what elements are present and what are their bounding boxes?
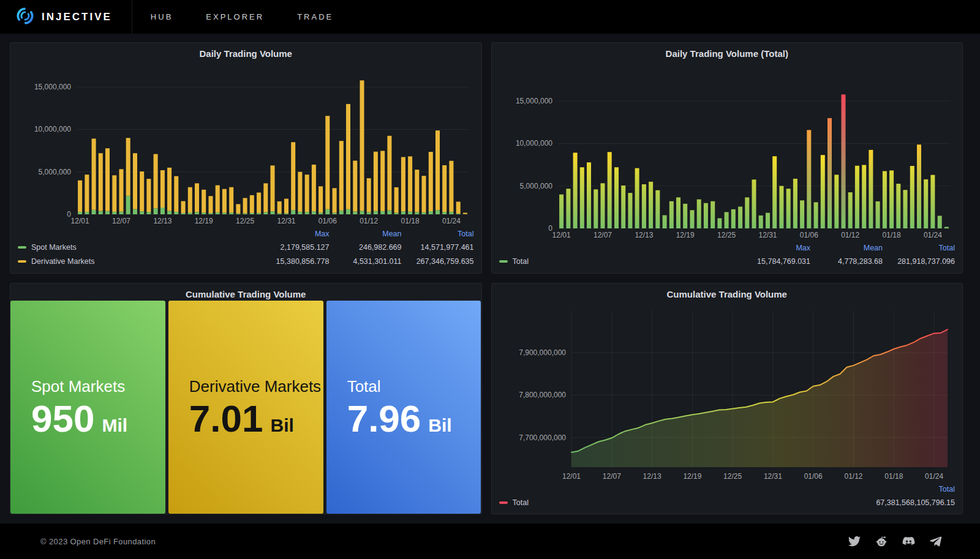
svg-text:01/12: 01/12 xyxy=(841,231,859,239)
legend-daily: Max Mean Total Spot Markets 2,179,585.12… xyxy=(10,227,481,273)
svg-text:12/13: 12/13 xyxy=(635,231,653,239)
panel-daily-trading-volume-total: Daily Trading Volume (Total) 05,000,0001… xyxy=(491,42,963,274)
svg-text:12/25: 12/25 xyxy=(717,231,736,239)
telegram-icon[interactable] xyxy=(930,535,942,547)
discord-icon[interactable] xyxy=(902,535,915,548)
top-nav: INJECTIVE HUB EXPLORER TRADE xyxy=(0,0,980,34)
svg-text:12/01: 12/01 xyxy=(71,217,89,225)
svg-text:12/25: 12/25 xyxy=(723,472,742,481)
daily-total-bar-chart-svg: 05,000,00010,000,00015,000,00012/0112/07… xyxy=(499,79,955,241)
stat-unit: Mil xyxy=(102,415,127,436)
svg-text:15,000,000: 15,000,000 xyxy=(34,83,71,91)
daily-volume-bar-chart[interactable]: 05,000,00010,000,00015,000,00012/0112/07… xyxy=(10,60,481,227)
legend-value-total: 67,381,568,105,796.15 xyxy=(808,498,955,507)
svg-text:01/06: 01/06 xyxy=(804,472,822,481)
injective-logo-icon xyxy=(16,7,34,28)
legend-row-total: Total 67,381,568,105,796.15 xyxy=(499,495,956,509)
svg-text:12/07: 12/07 xyxy=(603,472,621,481)
nav-item-explorer[interactable]: EXPLORER xyxy=(206,12,264,21)
legend-value-max: 2,179,585.127 xyxy=(257,243,330,252)
stat-label: Total xyxy=(347,377,481,396)
svg-text:7,800,000,000: 7,800,000,000 xyxy=(519,391,566,399)
svg-text:12/19: 12/19 xyxy=(683,472,701,481)
svg-text:01/12: 01/12 xyxy=(844,472,862,481)
twitter-icon[interactable] xyxy=(848,535,861,547)
legend-header-row: Max Mean Total xyxy=(18,228,474,240)
legend-value-mean: 246,982.669 xyxy=(330,243,402,252)
nav-item-hub[interactable]: HUB xyxy=(151,12,173,21)
nav-item-trade[interactable]: TRADE xyxy=(297,12,333,21)
brand-title: INJECTIVE xyxy=(42,11,112,23)
legend-daily-total: Max Mean Total Total 15,784,769.031 4,77… xyxy=(492,241,963,273)
svg-text:01/18: 01/18 xyxy=(882,231,900,239)
svg-text:12/25: 12/25 xyxy=(236,217,254,225)
cumulative-line-chart[interactable]: 7,700,000,0007,800,000,0007,900,000,0001… xyxy=(492,301,963,482)
svg-text:15,000,000: 15,000,000 xyxy=(516,97,552,105)
svg-text:12/01: 12/01 xyxy=(562,472,581,481)
stat-label: Derivative Markets xyxy=(189,377,323,396)
stat-cards: Spot Markets 950 Mil Derivative Markets … xyxy=(10,301,481,514)
svg-text:12/01: 12/01 xyxy=(552,231,570,239)
legend-value-total: 281,918,737.096 xyxy=(883,257,955,266)
stat-card-spot-markets: Spot Markets 950 Mil xyxy=(10,301,165,514)
svg-text:5,000,000: 5,000,000 xyxy=(519,182,552,190)
legend-sort-mean[interactable]: Mean xyxy=(330,230,402,238)
stat-unit: Bil xyxy=(428,415,451,436)
panel-daily-trading-volume: Daily Trading Volume 05,000,00010,000,00… xyxy=(10,42,482,274)
cumulative-series-marker-icon xyxy=(499,501,508,504)
legend-sort-total[interactable]: Total xyxy=(883,244,955,252)
total-series-marker-icon xyxy=(499,260,508,263)
svg-text:01/18: 01/18 xyxy=(401,217,420,225)
svg-text:12/07: 12/07 xyxy=(594,231,612,239)
legend-row-total: Total 15,784,769.031 4,778,283.68 281,91… xyxy=(499,254,956,268)
svg-text:7,700,000,000: 7,700,000,000 xyxy=(519,433,566,442)
panel-cumulative-stats: Cumulative Trading Volume Spot Markets 9… xyxy=(10,283,482,514)
svg-text:12/19: 12/19 xyxy=(676,231,694,239)
legend-header-row: Total xyxy=(499,483,956,495)
series-label-total[interactable]: Total xyxy=(513,498,529,507)
panel-title: Daily Trading Volume (Total) xyxy=(492,43,963,60)
svg-text:01/24: 01/24 xyxy=(924,231,942,239)
derivative-series-marker-icon xyxy=(18,260,26,263)
panel-cumulative-chart: Cumulative Trading Volume 7,700,000,0007… xyxy=(491,283,963,514)
stat-unit: Bil xyxy=(271,415,294,436)
svg-text:01/06: 01/06 xyxy=(318,217,337,225)
stat-card-derivative-markets: Derivative Markets 7.01 Bil xyxy=(168,301,323,514)
series-label-total[interactable]: Total xyxy=(513,257,529,266)
legend-value-total: 267,346,759.635 xyxy=(402,257,474,266)
brand-link[interactable]: INJECTIVE xyxy=(0,0,132,34)
stat-value: 7.01 xyxy=(189,400,263,438)
cumulative-line-chart-svg: 7,700,000,0007,800,000,0007,900,000,0001… xyxy=(499,301,955,482)
copyright-text: © 2023 Open DeFi Foundation xyxy=(40,537,156,546)
legend-sort-total[interactable]: Total xyxy=(808,485,955,493)
series-label-derivative[interactable]: Derivative Markets xyxy=(31,257,95,266)
legend-sort-mean[interactable]: Mean xyxy=(810,244,883,252)
svg-text:12/31: 12/31 xyxy=(277,217,296,225)
footer: © 2023 Open DeFi Foundation xyxy=(0,523,980,559)
legend-value-mean: 4,778,283.68 xyxy=(810,257,883,266)
stat-label: Spot Markets xyxy=(31,377,165,396)
reddit-icon[interactable] xyxy=(875,535,888,547)
legend-row-spot-markets: Spot Markets 2,179,585.127 246,982.669 1… xyxy=(18,240,474,254)
legend-value-mean: 4,531,301.011 xyxy=(330,257,402,266)
panel-title: Cumulative Trading Volume xyxy=(10,283,481,301)
legend-value-max: 15,784,769.031 xyxy=(738,257,810,266)
legend-sort-total[interactable]: Total xyxy=(402,230,474,238)
svg-text:10,000,000: 10,000,000 xyxy=(516,139,552,148)
series-label-spot[interactable]: Spot Markets xyxy=(31,243,77,252)
spot-series-marker-icon xyxy=(18,246,26,249)
panel-title: Cumulative Trading Volume xyxy=(492,283,963,301)
svg-text:5,000,000: 5,000,000 xyxy=(39,168,72,176)
legend-sort-max[interactable]: Max xyxy=(257,230,330,238)
svg-text:7,900,000,000: 7,900,000,000 xyxy=(519,348,566,357)
svg-text:12/13: 12/13 xyxy=(154,217,172,225)
legend-header-row: Max Mean Total xyxy=(499,242,956,254)
panel-title: Daily Trading Volume xyxy=(10,43,481,60)
legend-value-max: 15,380,856.778 xyxy=(257,257,330,266)
social-links xyxy=(848,535,942,548)
daily-total-bar-chart[interactable]: 05,000,00010,000,00015,000,00012/0112/07… xyxy=(492,60,963,241)
stat-card-total: Total 7.96 Bil xyxy=(326,301,481,514)
svg-text:01/24: 01/24 xyxy=(925,472,943,481)
svg-text:01/24: 01/24 xyxy=(442,217,461,225)
legend-sort-max[interactable]: Max xyxy=(738,244,810,252)
